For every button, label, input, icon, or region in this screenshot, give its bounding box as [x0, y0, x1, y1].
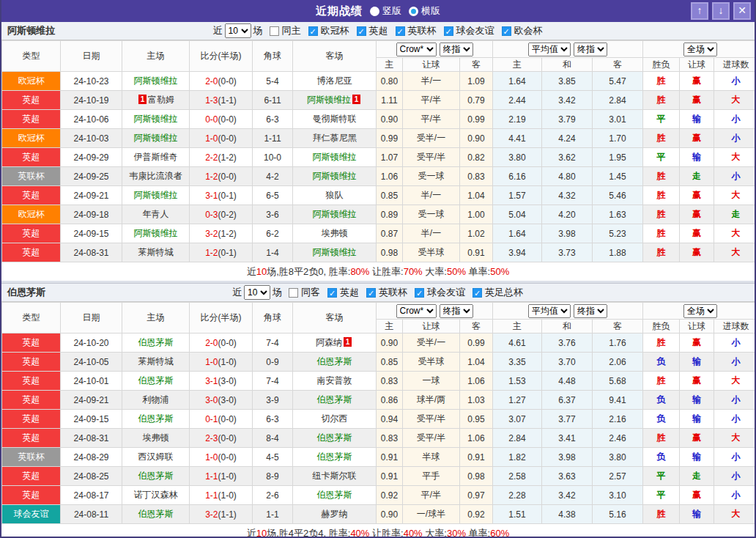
team-link[interactable]: 拜仁慕尼黑 — [313, 133, 357, 143]
team-link[interactable]: 伯恩茅斯 — [138, 471, 174, 481]
team-link[interactable]: 伯恩茅斯 — [317, 432, 352, 443]
team-link[interactable]: 诺丁汉森林 — [134, 490, 178, 500]
same-venue-checkbox[interactable] — [270, 26, 279, 36]
league-checkbox[interactable]: ✓ — [396, 26, 405, 36]
goals-result-cell: 小 — [714, 167, 756, 186]
team-link[interactable]: 伯恩茅斯 — [317, 452, 352, 462]
home-team-cell: 西汉姆联 — [122, 448, 190, 467]
league-checkbox[interactable]: ✓ — [472, 288, 482, 298]
match-row: 英超24-10-06阿斯顿维拉0-0(0-0)6-3曼彻斯特联0.90平/半0.… — [2, 110, 756, 129]
team-link[interactable]: 伯恩茅斯 — [317, 356, 352, 366]
team-link[interactable]: 西汉姆联 — [138, 452, 174, 462]
team-link[interactable]: 阿斯顿维拉 — [313, 152, 357, 162]
team-link[interactable]: 莱斯特城 — [138, 356, 174, 366]
team-link[interactable]: 伯恩茅斯 — [138, 413, 174, 424]
corner-cell: 6-5 — [253, 186, 293, 205]
league-checkbox[interactable]: ✓ — [366, 288, 376, 298]
odds-handicap-cell: 一/球半 — [403, 505, 460, 524]
handicap-stage-select[interactable]: 终指 — [440, 304, 473, 318]
record-summary: 近10场,胜4平2负4, 胜率:40% 让胜率:40% 大率:30% 单率:60… — [1, 524, 755, 538]
team-link[interactable]: 阿斯顿维拉 — [307, 95, 351, 105]
match-type-badge: 英超 — [2, 186, 61, 205]
scope-select[interactable]: 全场 — [683, 304, 717, 318]
team-link[interactable]: 博洛尼亚 — [317, 75, 352, 86]
match-type-badge: 英超 — [2, 372, 61, 391]
team-link[interactable]: 韦康比流浪者 — [130, 171, 182, 181]
result-cell: 平 — [643, 486, 680, 505]
team-sections: 阿斯顿维拉近10场同主✓欧冠杯✓英超✓英联杯✓球会友谊✓欧会杯类型日期主场比分(… — [1, 22, 755, 538]
league-checkbox[interactable]: ✓ — [327, 288, 337, 298]
team-link[interactable]: 阿斯顿维拉 — [134, 190, 178, 200]
league-checkbox[interactable]: ✓ — [357, 26, 366, 36]
fulltime-score: 2-0 — [205, 76, 218, 86]
match-type-badge: 英超 — [2, 110, 61, 129]
team-link[interactable]: 阿森纳 — [316, 337, 342, 347]
handicap-result-cell: 输 — [680, 391, 714, 410]
team-link[interactable]: 莱斯特城 — [138, 247, 174, 257]
team-link[interactable]: 切尔西 — [322, 413, 348, 424]
team-link[interactable]: 阿斯顿维拉 — [313, 247, 357, 257]
halftime-score: (1-2) — [218, 152, 237, 163]
team-link[interactable]: 狼队 — [326, 190, 344, 200]
scroll-up-button[interactable]: ↑ — [691, 2, 708, 20]
team-link[interactable]: 年青人 — [143, 209, 169, 219]
team-link[interactable]: 伯恩茅斯 — [138, 375, 174, 386]
odds-home-cell: 0.91 — [377, 467, 403, 486]
team-link[interactable]: 阿斯顿维拉 — [134, 228, 178, 238]
team-link[interactable]: 阿斯顿维拉 — [313, 209, 357, 219]
avg-away-cell: 2.16 — [593, 410, 643, 429]
scroll-down-button[interactable]: ↓ — [712, 2, 730, 20]
recent-count-select[interactable]: 10 — [225, 23, 251, 38]
league-checkbox[interactable]: ✓ — [444, 26, 453, 36]
summary-segment: 70% — [404, 266, 423, 277]
radio-horizontal-dot[interactable] — [409, 7, 418, 16]
team-link[interactable]: 富勒姆 — [148, 95, 174, 105]
team-link[interactable]: 利物浦 — [143, 394, 169, 405]
team-link[interactable]: 埃弗顿 — [322, 228, 348, 238]
team-link[interactable]: 阿斯顿维拉 — [134, 114, 178, 124]
team-link[interactable]: 纽卡斯尔联 — [313, 471, 357, 481]
halftime-score: (1-2) — [218, 229, 237, 239]
handicap-stage-select[interactable]: 终指 — [440, 43, 473, 56]
team-link[interactable]: 阿斯顿维拉 — [134, 75, 178, 86]
average-select[interactable]: 平均值 — [528, 43, 571, 56]
team-link[interactable]: 赫罗纳 — [322, 509, 348, 519]
score-cell: 3-2(1-2) — [190, 224, 253, 243]
avg-stage-select[interactable]: 终指 — [574, 304, 607, 318]
score-cell: 1-0(1-0) — [190, 353, 253, 372]
radio-vertical-layout[interactable]: 竖版 — [370, 4, 401, 18]
corner-cell: 6-3 — [253, 410, 293, 429]
team-link[interactable]: 埃弗顿 — [143, 432, 169, 443]
result-cell: 胜 — [643, 167, 680, 186]
score-cell: 1-1(1-0) — [190, 467, 253, 486]
recent-count-select[interactable]: 10 — [244, 285, 270, 300]
same-venue-checkbox[interactable] — [289, 288, 298, 298]
average-select[interactable]: 平均值 — [528, 304, 571, 318]
avg-away-cell: 1.88 — [593, 243, 643, 262]
titlebar-center: 近期战绩 竖版 横版 — [1, 4, 755, 18]
scope-select[interactable]: 全场 — [683, 43, 717, 56]
team-link[interactable]: 南安普敦 — [317, 375, 352, 386]
match-type-badge: 英超 — [2, 410, 61, 429]
league-checkbox[interactable]: ✓ — [415, 288, 424, 298]
radio-horizontal-layout[interactable]: 横版 — [409, 4, 440, 18]
handicap-result-cell: 输 — [680, 353, 714, 372]
team-link[interactable]: 伯恩茅斯 — [138, 509, 174, 519]
team-link[interactable]: 阿斯顿维拉 — [134, 133, 178, 143]
league-checkbox[interactable]: ✓ — [502, 26, 511, 36]
team-link[interactable]: 曼彻斯特联 — [313, 114, 357, 124]
league-checkbox[interactable]: ✓ — [308, 26, 318, 36]
team-link[interactable]: 伯恩茅斯 — [317, 394, 352, 405]
team-link[interactable]: 伯恩茅斯 — [317, 490, 352, 500]
close-button[interactable]: ✕ — [733, 2, 751, 20]
team-link[interactable]: 伯恩茅斯 — [138, 337, 174, 347]
league-checkbox-label: 英超 — [369, 24, 388, 37]
bookmaker-select[interactable]: Crow* — [396, 304, 437, 318]
match-date-cell: 24-08-29 — [61, 448, 122, 467]
team-link[interactable]: 阿斯顿维拉 — [313, 171, 357, 181]
team-link[interactable]: 伊普斯维奇 — [134, 152, 178, 162]
radio-vertical-dot[interactable] — [370, 7, 379, 16]
avg-stage-select[interactable]: 终指 — [574, 43, 607, 56]
avg-away-cell: 2.06 — [593, 353, 643, 372]
bookmaker-select[interactable]: Crow* — [396, 43, 437, 56]
